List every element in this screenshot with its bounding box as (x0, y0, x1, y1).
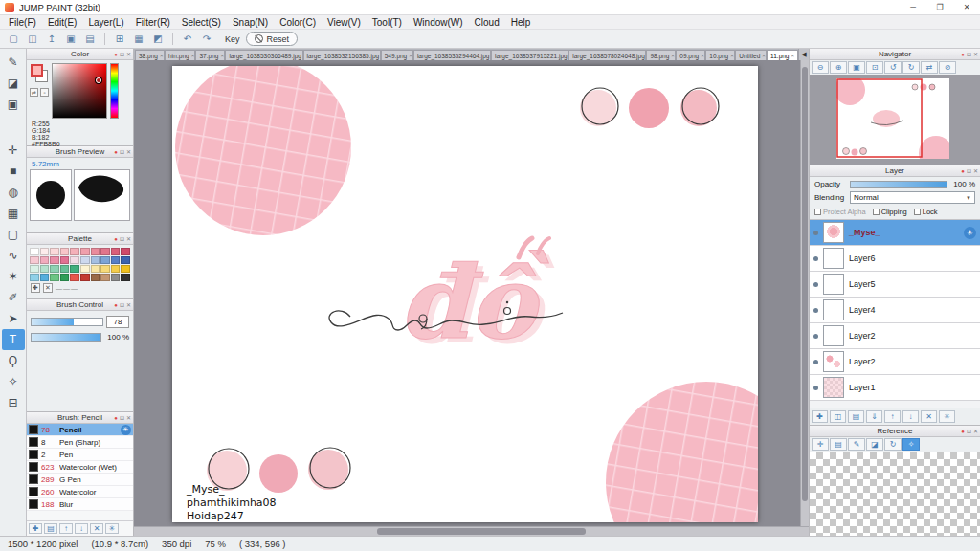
brush-settings-icon[interactable]: ✳ (121, 425, 131, 435)
detach-icon[interactable]: ● (114, 149, 118, 155)
palette-swatch[interactable] (30, 265, 39, 273)
palette-swatch[interactable] (80, 274, 90, 281)
horizontal-scrollbar-thumb[interactable] (377, 528, 587, 535)
palette-swatch[interactable] (80, 248, 90, 255)
palette-swatch[interactable] (121, 274, 130, 281)
palette-swatch[interactable] (100, 248, 110, 255)
tab-close-icon[interactable]: × (701, 53, 704, 58)
save-icon[interactable]: ◫ (24, 32, 41, 47)
zoom-out-button[interactable]: ⊖ (812, 61, 829, 74)
rotate-right-button[interactable]: ↻ (902, 61, 920, 74)
menu-item[interactable]: Snap(N) (227, 17, 274, 28)
menu-item[interactable]: Layer(L) (82, 17, 129, 28)
tab-close-icon[interactable]: × (220, 53, 224, 58)
vertical-scrollbar-thumb[interactable] (802, 67, 808, 501)
collapse-icon[interactable]: ⊡ (967, 429, 971, 434)
hue-slider[interactable] (110, 63, 119, 119)
menu-item[interactable]: Color(C) (274, 17, 322, 28)
palette-swatch[interactable] (80, 256, 90, 264)
collapse-icon[interactable]: ⊡ (120, 149, 124, 155)
palette-swatch[interactable] (60, 274, 70, 281)
menu-item[interactable]: File(F) (3, 17, 42, 28)
tab-close-icon[interactable]: × (409, 53, 412, 58)
eraser-tool[interactable]: ◪ (2, 73, 25, 94)
foreground-color-swatch[interactable] (31, 64, 43, 77)
palette-swatch[interactable] (121, 248, 130, 255)
add-folder-button[interactable]: ▤ (848, 410, 864, 423)
mesh-icon[interactable]: ▦ (130, 32, 147, 47)
pan-ref-button[interactable]: ✛ (812, 438, 829, 451)
export-icon[interactable]: ↥ (43, 32, 60, 47)
layer-visibility-toggle[interactable] (813, 256, 818, 261)
brush-folder-button[interactable]: ▤ (44, 523, 57, 534)
draw-ref-button[interactable]: ✎ (848, 438, 865, 451)
document-tab[interactable]: large_1638530366489.jpg × (225, 50, 302, 60)
move-up-button[interactable]: ↑ (884, 410, 901, 423)
merge-down-button[interactable]: ⇓ (866, 410, 882, 423)
menu-item[interactable]: Cloud (469, 17, 505, 28)
tab-close-icon[interactable]: × (762, 53, 766, 58)
document-tab[interactable]: Untitled × (735, 50, 767, 60)
palette-swatch[interactable] (91, 256, 100, 264)
magic-wand-tool[interactable]: ✶ (2, 266, 25, 287)
palette-swatch[interactable] (30, 274, 39, 281)
palette-swatch[interactable] (50, 265, 59, 273)
palette-swatch[interactable] (91, 274, 100, 281)
palette-swatch[interactable] (70, 256, 79, 264)
navigator-preview-area[interactable] (810, 75, 980, 165)
close-button[interactable]: ✕ (953, 0, 980, 14)
layer-visibility-toggle[interactable] (813, 231, 818, 235)
document-tab[interactable]: 37.png × (195, 50, 225, 60)
collapse-icon[interactable]: ⊡ (120, 236, 124, 242)
palette-swatch[interactable] (100, 256, 110, 264)
checkbox-icon[interactable] (914, 209, 921, 215)
document-tab[interactable]: 09.png × (676, 50, 705, 60)
layer-row[interactable]: Layer2 ✳ (810, 323, 980, 349)
reset-button[interactable]: Reset (246, 32, 299, 46)
document-tab[interactable]: 38.png × (135, 50, 165, 60)
document-tab[interactable]: 98.png × (646, 50, 676, 60)
close-icon[interactable]: ✕ (126, 52, 131, 57)
palette-swatch[interactable] (91, 265, 100, 273)
palette-swatch[interactable] (70, 265, 79, 273)
document-tab[interactable]: large_1638578024648.jpg × (568, 50, 646, 60)
zoom-tool[interactable]: Ϙ (2, 350, 25, 371)
add-layer-button[interactable]: ✚ (812, 410, 828, 423)
palette-swatch[interactable] (111, 265, 121, 273)
reset-colors-button[interactable]: ▫ (40, 88, 49, 97)
palette-swatch[interactable] (50, 248, 59, 255)
actual-size-button[interactable]: ⊡ (866, 61, 883, 74)
brush-down-button[interactable]: ↓ (75, 523, 88, 534)
pick-ref-button[interactable]: ✧ (902, 438, 920, 451)
layer-opacity-slider[interactable] (850, 181, 947, 188)
reference-canvas[interactable] (810, 452, 980, 536)
layer-option-checkbox[interactable]: Clipping (873, 208, 907, 216)
palette-swatch[interactable] (40, 248, 50, 255)
flip-horizontal-button[interactable]: ⇄ (921, 61, 938, 74)
minimize-button[interactable]: ─ (900, 0, 926, 14)
layer-option-checkbox[interactable]: Protect Alpha (814, 208, 866, 216)
vertical-scrollbar[interactable] (800, 60, 809, 526)
collapse-icon[interactable]: ⊡ (967, 168, 971, 174)
zoom-in-button[interactable]: ⊕ (830, 61, 847, 74)
paste-icon[interactable]: ▤ (81, 32, 99, 47)
close-icon[interactable]: ✕ (126, 149, 131, 155)
collapse-icon[interactable]: ⊡ (120, 52, 124, 57)
layer-visibility-toggle[interactable] (813, 360, 818, 364)
palette-swatch[interactable] (111, 274, 121, 281)
brush-up-button[interactable]: ↑ (59, 523, 73, 534)
layer-settings-button[interactable]: ✳ (939, 410, 955, 423)
menu-item[interactable]: Edit(E) (42, 17, 83, 28)
duplicate-layer-button[interactable]: ◫ (830, 410, 846, 423)
layer-row[interactable]: Layer1 ✳ (810, 375, 980, 401)
tab-scroll-left-button[interactable]: ◀ (798, 49, 809, 60)
document-tab[interactable]: 549.png × (381, 50, 413, 60)
detach-icon[interactable]: ● (961, 52, 965, 57)
layer-settings-icon[interactable]: ✳ (964, 227, 976, 239)
palette-swatch[interactable] (30, 256, 39, 264)
gradient-tool[interactable]: ▦ (2, 203, 25, 224)
menu-item[interactable]: Help (505, 17, 537, 28)
canvas-viewport[interactable]: đồ đồ _Myse_ phamthikimha08 Hoidap2 (134, 60, 809, 526)
move-tool[interactable]: ✛ (2, 140, 25, 161)
document-tab[interactable]: hìn.png × (165, 50, 196, 60)
